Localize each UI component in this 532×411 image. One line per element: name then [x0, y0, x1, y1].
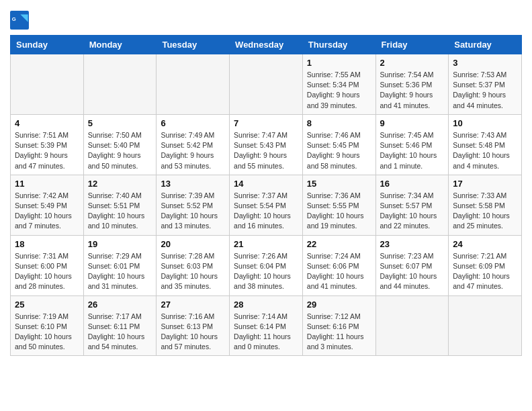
calendar-cell-w2c5: 16Sunrise: 7:34 AMSunset: 5:57 PMDayligh…	[375, 175, 449, 235]
day-info: Sunrise: 7:21 AMSunset: 6:09 PMDaylight:…	[453, 251, 517, 292]
calendar-cell-w3c4: 22Sunrise: 7:24 AMSunset: 6:06 PMDayligh…	[302, 235, 375, 295]
calendar-cell-w1c5: 9Sunrise: 7:45 AMSunset: 5:46 PMDaylight…	[375, 114, 449, 175]
day-info: Sunrise: 7:39 AMSunset: 5:52 PMDaylight:…	[161, 191, 225, 232]
day-info: Sunrise: 7:26 AMSunset: 6:04 PMDaylight:…	[234, 251, 298, 292]
col-header-thursday: Thursday	[302, 36, 375, 54]
day-number: 8	[307, 118, 371, 128]
col-header-monday: Monday	[83, 36, 157, 54]
day-info: Sunrise: 7:42 AMSunset: 5:49 PMDaylight:…	[15, 191, 79, 232]
calendar-cell-w4c1: 26Sunrise: 7:17 AMSunset: 6:11 PMDayligh…	[83, 295, 157, 356]
svg-text:G: G	[12, 16, 16, 22]
calendar-cell-w0c4: 1Sunrise: 7:55 AMSunset: 5:34 PMDaylight…	[302, 54, 375, 115]
day-number: 6	[161, 118, 225, 128]
day-number: 27	[161, 300, 225, 310]
day-info: Sunrise: 7:55 AMSunset: 5:34 PMDaylight:…	[307, 70, 371, 111]
calendar-cell-w2c3: 14Sunrise: 7:37 AMSunset: 5:54 PMDayligh…	[230, 175, 303, 235]
calendar-table: SundayMondayTuesdayWednesdayThursdayFrid…	[10, 35, 522, 356]
calendar-cell-w3c0: 18Sunrise: 7:31 AMSunset: 6:00 PMDayligh…	[11, 235, 84, 295]
col-header-saturday: Saturday	[449, 36, 522, 54]
day-number: 23	[380, 239, 445, 249]
calendar-cell-w0c5: 2Sunrise: 7:54 AMSunset: 5:36 PMDaylight…	[375, 54, 449, 115]
day-number: 5	[88, 118, 152, 128]
calendar-cell-w2c2: 13Sunrise: 7:39 AMSunset: 5:52 PMDayligh…	[157, 175, 230, 235]
day-info: Sunrise: 7:51 AMSunset: 5:39 PMDaylight:…	[15, 130, 79, 171]
calendar-cell-w2c0: 11Sunrise: 7:42 AMSunset: 5:49 PMDayligh…	[11, 175, 84, 235]
day-info: Sunrise: 7:23 AMSunset: 6:07 PMDaylight:…	[380, 251, 445, 292]
day-number: 2	[380, 58, 445, 68]
day-number: 14	[234, 179, 298, 189]
calendar-cell-w2c4: 15Sunrise: 7:36 AMSunset: 5:55 PMDayligh…	[302, 175, 375, 235]
calendar-cell-w4c5	[375, 295, 449, 356]
day-info: Sunrise: 7:17 AMSunset: 6:11 PMDaylight:…	[88, 312, 152, 353]
calendar-cell-w1c6: 10Sunrise: 7:43 AMSunset: 5:48 PMDayligh…	[449, 114, 522, 175]
day-info: Sunrise: 7:19 AMSunset: 6:10 PMDaylight:…	[15, 312, 79, 353]
day-number: 19	[88, 239, 152, 249]
day-number: 29	[307, 300, 371, 310]
day-number: 3	[453, 58, 517, 68]
logo-icon: G	[10, 11, 29, 30]
day-info: Sunrise: 7:28 AMSunset: 6:03 PMDaylight:…	[161, 251, 225, 292]
col-header-sunday: Sunday	[11, 36, 84, 54]
logo: G	[10, 11, 30, 30]
calendar-cell-w3c2: 20Sunrise: 7:28 AMSunset: 6:03 PMDayligh…	[157, 235, 230, 295]
day-number: 16	[380, 179, 445, 189]
day-number: 4	[15, 118, 79, 128]
day-info: Sunrise: 7:24 AMSunset: 6:06 PMDaylight:…	[307, 251, 371, 292]
calendar-cell-w1c0: 4Sunrise: 7:51 AMSunset: 5:39 PMDaylight…	[11, 114, 84, 175]
day-info: Sunrise: 7:14 AMSunset: 6:14 PMDaylight:…	[234, 312, 298, 353]
calendar-cell-w0c1	[83, 54, 157, 115]
day-number: 26	[88, 300, 152, 310]
day-info: Sunrise: 7:43 AMSunset: 5:48 PMDaylight:…	[453, 130, 517, 171]
day-info: Sunrise: 7:36 AMSunset: 5:55 PMDaylight:…	[307, 191, 371, 232]
day-number: 11	[15, 179, 79, 189]
col-header-friday: Friday	[375, 36, 449, 54]
calendar-cell-w4c0: 25Sunrise: 7:19 AMSunset: 6:10 PMDayligh…	[11, 295, 84, 356]
day-info: Sunrise: 7:16 AMSunset: 6:13 PMDaylight:…	[161, 312, 225, 353]
col-header-wednesday: Wednesday	[230, 36, 303, 54]
calendar-cell-w3c3: 21Sunrise: 7:26 AMSunset: 6:04 PMDayligh…	[230, 235, 303, 295]
calendar-cell-w4c3: 28Sunrise: 7:14 AMSunset: 6:14 PMDayligh…	[230, 295, 303, 356]
calendar-cell-w1c2: 6Sunrise: 7:49 AMSunset: 5:42 PMDaylight…	[157, 114, 230, 175]
day-info: Sunrise: 7:31 AMSunset: 6:00 PMDaylight:…	[15, 251, 79, 292]
calendar-cell-w0c6: 3Sunrise: 7:53 AMSunset: 5:37 PMDaylight…	[449, 54, 522, 115]
calendar-cell-w4c4: 29Sunrise: 7:12 AMSunset: 6:16 PMDayligh…	[302, 295, 375, 356]
day-number: 13	[161, 179, 225, 189]
day-info: Sunrise: 7:33 AMSunset: 5:58 PMDaylight:…	[453, 191, 517, 232]
calendar-cell-w1c1: 5Sunrise: 7:50 AMSunset: 5:40 PMDaylight…	[83, 114, 157, 175]
col-header-tuesday: Tuesday	[157, 36, 230, 54]
day-number: 18	[15, 239, 79, 249]
day-number: 12	[88, 179, 152, 189]
day-number: 21	[234, 239, 298, 249]
day-number: 7	[234, 118, 298, 128]
calendar-cell-w4c2: 27Sunrise: 7:16 AMSunset: 6:13 PMDayligh…	[157, 295, 230, 356]
day-number: 28	[234, 300, 298, 310]
calendar-cell-w0c3	[230, 54, 303, 115]
calendar-cell-w3c1: 19Sunrise: 7:29 AMSunset: 6:01 PMDayligh…	[83, 235, 157, 295]
day-info: Sunrise: 7:47 AMSunset: 5:43 PMDaylight:…	[234, 130, 298, 171]
day-info: Sunrise: 7:53 AMSunset: 5:37 PMDaylight:…	[453, 70, 517, 111]
day-info: Sunrise: 7:50 AMSunset: 5:40 PMDaylight:…	[88, 130, 152, 171]
page-header: G	[10, 7, 522, 30]
day-number: 24	[453, 239, 517, 249]
day-number: 1	[307, 58, 371, 68]
day-number: 9	[380, 118, 445, 128]
calendar-cell-w4c6	[449, 295, 522, 356]
day-info: Sunrise: 7:12 AMSunset: 6:16 PMDaylight:…	[307, 312, 371, 353]
calendar-cell-w3c6: 24Sunrise: 7:21 AMSunset: 6:09 PMDayligh…	[449, 235, 522, 295]
day-number: 10	[453, 118, 517, 128]
day-info: Sunrise: 7:34 AMSunset: 5:57 PMDaylight:…	[380, 191, 445, 232]
calendar-cell-w0c0	[11, 54, 84, 115]
calendar-cell-w2c1: 12Sunrise: 7:40 AMSunset: 5:51 PMDayligh…	[83, 175, 157, 235]
day-number: 17	[453, 179, 517, 189]
day-info: Sunrise: 7:49 AMSunset: 5:42 PMDaylight:…	[161, 130, 225, 171]
day-number: 20	[161, 239, 225, 249]
day-info: Sunrise: 7:45 AMSunset: 5:46 PMDaylight:…	[380, 130, 445, 171]
calendar-cell-w1c3: 7Sunrise: 7:47 AMSunset: 5:43 PMDaylight…	[230, 114, 303, 175]
day-info: Sunrise: 7:46 AMSunset: 5:45 PMDaylight:…	[307, 130, 371, 171]
calendar-cell-w1c4: 8Sunrise: 7:46 AMSunset: 5:45 PMDaylight…	[302, 114, 375, 175]
day-info: Sunrise: 7:54 AMSunset: 5:36 PMDaylight:…	[380, 70, 445, 111]
calendar-cell-w0c2	[157, 54, 230, 115]
day-number: 15	[307, 179, 371, 189]
day-number: 22	[307, 239, 371, 249]
day-info: Sunrise: 7:40 AMSunset: 5:51 PMDaylight:…	[88, 191, 152, 232]
